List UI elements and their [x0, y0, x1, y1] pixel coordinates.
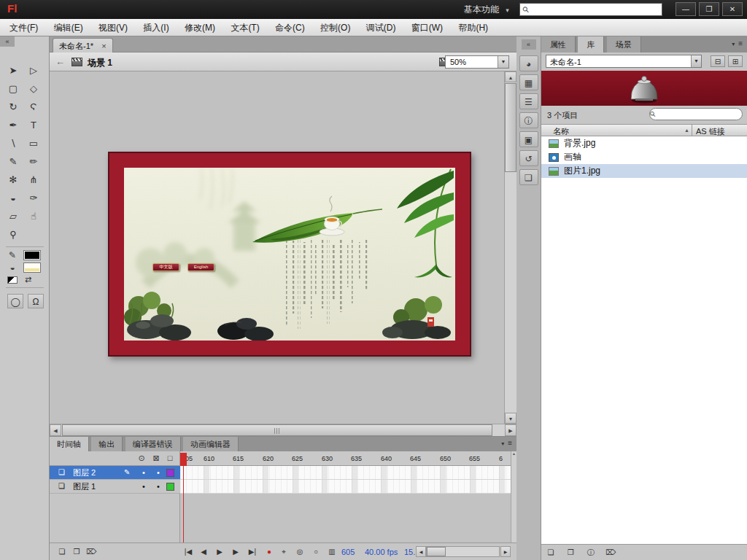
swap-colors-button[interactable]: ⇄: [25, 275, 31, 284]
new-library-panel-icon[interactable]: ⊞: [728, 55, 743, 67]
menu-modify[interactable]: 修改(M): [178, 19, 222, 37]
close-button[interactable]: ✕: [722, 2, 743, 16]
play-button[interactable]: ▶: [213, 546, 226, 558]
current-frame-value[interactable]: 605: [341, 548, 355, 556]
show-hide-all-layers-icon[interactable]: ⊙: [136, 454, 147, 463]
brush-tool[interactable]: ✏: [23, 152, 44, 171]
stage-button-1[interactable]: 中文版: [152, 263, 179, 271]
library-item-row[interactable]: 背景.jpg: [541, 136, 747, 150]
lasso-tool[interactable]: Ϛ: [23, 98, 44, 116]
restore-button[interactable]: ❐: [699, 2, 719, 16]
edit-multiple-frames-button[interactable]: ▥: [325, 546, 338, 558]
stage-pasteboard[interactable]: 中文版 English ▲ ▼: [50, 71, 516, 424]
close-document-icon[interactable]: ×: [101, 42, 106, 50]
expand-panels-icon[interactable]: «: [522, 39, 536, 50]
library-item-row[interactable]: 画轴: [541, 150, 747, 164]
gradient-transform-tool[interactable]: ◇: [23, 79, 44, 98]
onion-skin-outlines-button[interactable]: ○: [309, 546, 322, 558]
go-to-last-frame-button[interactable]: ▶|: [245, 546, 260, 558]
library-search-input[interactable]: [655, 109, 747, 119]
minimize-button[interactable]: —: [676, 2, 696, 16]
new-folder-button[interactable]: ❐: [70, 546, 83, 558]
rectangle-tool[interactable]: ▭: [23, 134, 44, 152]
timeline-vertical-scrollbar[interactable]: ▲: [511, 451, 516, 542]
new-folder-button[interactable]: ❐: [564, 547, 577, 559]
zoom-select[interactable]: 50% ▼: [445, 55, 509, 69]
tab-motion-editor[interactable]: 动画编辑器: [183, 437, 239, 451]
timeline-mini-scrollbar[interactable]: [426, 546, 500, 557]
tab-library[interactable]: 库: [578, 36, 604, 52]
step-forward-button[interactable]: ▶: [229, 546, 242, 558]
text-tool[interactable]: T: [23, 116, 44, 134]
pencil-tool[interactable]: ✎: [3, 152, 23, 171]
column-name[interactable]: 名称: [553, 126, 569, 137]
item-properties-button[interactable]: ⓘ: [584, 547, 597, 559]
scroll-up-icon[interactable]: ▲: [512, 451, 516, 456]
layer-row-1[interactable]: ❏ 图层 1 • •: [50, 480, 180, 494]
scroll-left-icon[interactable]: ◀: [416, 546, 426, 557]
vertical-scroll-thumb[interactable]: [505, 83, 516, 172]
menu-help[interactable]: 帮助(H): [452, 19, 495, 37]
menu-window[interactable]: 窗口(W): [405, 19, 449, 37]
delete-item-button[interactable]: ⌦: [604, 547, 617, 559]
mini-scroll-thumb[interactable]: [427, 547, 446, 556]
library-panel-icon[interactable]: ❏: [519, 169, 538, 185]
fill-color-swatch[interactable]: [23, 262, 41, 273]
back-arrow-icon[interactable]: ←: [55, 56, 65, 67]
hand-tool[interactable]: ☝: [23, 207, 44, 225]
timeline-panel-menu-icon[interactable]: ▾≡: [501, 439, 512, 447]
layer-visibility-dot[interactable]: •: [139, 466, 149, 479]
new-symbol-button[interactable]: ❏: [544, 547, 557, 559]
align-panel-icon[interactable]: ☰: [519, 93, 538, 109]
collapse-toolbar-icon[interactable]: «: [0, 36, 15, 47]
color-panel-icon[interactable]: ◕: [519, 55, 538, 71]
tab-output[interactable]: 输出: [91, 437, 123, 451]
selection-tool[interactable]: ➤: [3, 61, 23, 79]
scroll-down-icon[interactable]: ▼: [505, 413, 516, 424]
menu-debug[interactable]: 调试(D): [360, 19, 403, 37]
menu-control[interactable]: 控制(O): [314, 19, 357, 37]
outline-all-layers-icon[interactable]: □: [164, 454, 176, 462]
scroll-left-icon[interactable]: ◀: [50, 424, 61, 436]
pen-tool[interactable]: ✒: [3, 116, 23, 134]
menu-commands[interactable]: 命令(C): [268, 19, 311, 37]
library-panel-menu-icon[interactable]: ▾≡: [732, 39, 743, 47]
column-as-linkage[interactable]: AS 链接: [696, 126, 725, 137]
document-tab[interactable]: 未命名-1* ×: [53, 38, 113, 52]
delete-layer-button[interactable]: ⌦: [85, 546, 98, 558]
pin-library-icon[interactable]: ⊟: [711, 55, 725, 67]
layer-row-2[interactable]: ❏ 图层 2 ✎ • •: [50, 466, 180, 480]
stage-button-2[interactable]: English: [187, 263, 214, 271]
scroll-right-icon[interactable]: ▶: [500, 546, 511, 557]
layer-outline-color-swatch[interactable]: [166, 469, 174, 477]
menu-insert[interactable]: 插入(I): [136, 19, 175, 37]
frame-ruler[interactable]: 605 610 615 620 625 630 635 640 645 650 …: [180, 451, 511, 466]
menu-view[interactable]: 视图(V): [92, 19, 134, 37]
stage-vertical-scrollbar[interactable]: ▲ ▼: [504, 71, 516, 424]
3d-rotation-tool[interactable]: ↻: [3, 98, 23, 116]
playhead-marker[interactable]: [180, 453, 187, 466]
new-layer-button[interactable]: ❏: [55, 546, 69, 558]
column-divider[interactable]: [692, 125, 692, 136]
layer-lock-dot[interactable]: •: [153, 480, 163, 493]
menu-edit[interactable]: 编辑(E): [47, 19, 90, 37]
search-input[interactable]: [532, 4, 662, 15]
frames-track-layer-2[interactable]: [180, 466, 511, 480]
frames-track-layer-1[interactable]: [180, 480, 511, 494]
layer-outline-color-swatch[interactable]: [166, 483, 174, 491]
black-white-colors-button[interactable]: [7, 276, 18, 284]
workspace-switcher-button[interactable]: 基本功能 ▾: [458, 3, 515, 16]
menu-file[interactable]: 文件(F): [3, 19, 44, 37]
bone-tool[interactable]: ⋔: [23, 171, 44, 189]
zoom-tool[interactable]: ⚲: [3, 225, 23, 244]
layer-lock-dot[interactable]: •: [153, 466, 163, 479]
frame-rate-value[interactable]: 40.00 fps: [365, 548, 398, 556]
stage-canvas[interactable]: 中文版 English: [108, 152, 471, 357]
deco-tool[interactable]: ✻: [3, 171, 23, 189]
step-back-button[interactable]: ◀: [197, 546, 210, 558]
scroll-up-icon[interactable]: ▲: [505, 71, 516, 82]
tab-timeline[interactable]: 时间轴: [50, 437, 89, 451]
free-transform-tool[interactable]: ▢: [3, 79, 23, 98]
eraser-tool[interactable]: ▱: [3, 207, 23, 225]
history-panel-icon[interactable]: ↺: [519, 150, 538, 166]
